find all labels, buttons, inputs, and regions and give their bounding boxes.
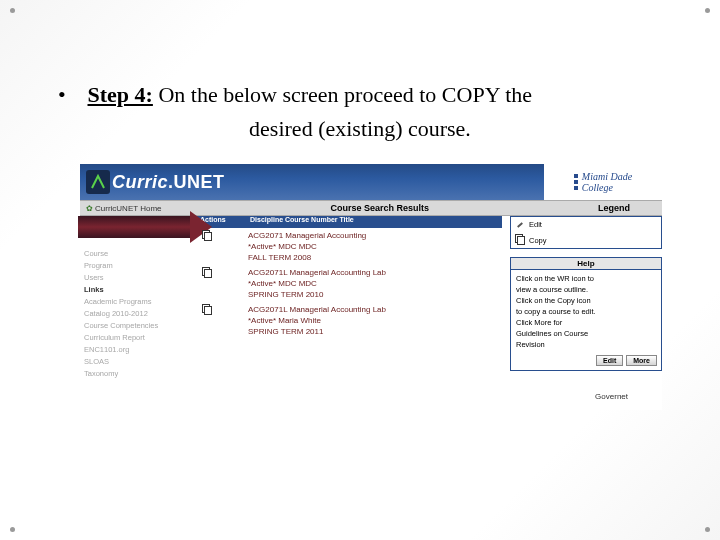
content-columns: Course Program Users Links Academic Prog…	[80, 216, 662, 412]
pencil-icon	[515, 219, 525, 230]
links-heading: Links	[84, 284, 192, 296]
slide: • Step 4: On the below screen proceed to…	[0, 0, 720, 540]
nav-item[interactable]: Course	[84, 248, 192, 260]
help-body: Click on the WR icon toview a course out…	[511, 270, 661, 353]
nav-link[interactable]: Catalog 2010-2012	[84, 308, 192, 320]
left-nav: Course Program Users Links Academic Prog…	[80, 216, 196, 412]
table-header: Actions Discipline Course Number Title	[196, 216, 502, 228]
nav-link[interactable]: Taxonomy	[84, 368, 192, 380]
help-edit-button[interactable]: Edit	[596, 355, 623, 366]
nav-list: Course Program Users Links Academic Prog…	[84, 248, 192, 380]
instruction-line2: desired (existing) course.	[0, 112, 720, 146]
help-buttons: Edit More	[511, 353, 661, 370]
brand-italic: Curric	[112, 172, 168, 192]
copy-icon	[202, 304, 212, 314]
footer-text: Governet	[595, 392, 628, 401]
legend-row-copy: Copy	[511, 232, 661, 248]
home-link-label: CurricUNET Home	[95, 204, 162, 213]
brand-rest: UNET	[174, 172, 225, 192]
leaf-icon: ✿	[86, 204, 93, 213]
brand-text: Curric.UNET	[112, 172, 225, 193]
instruction-line1: On the below screen proceed to COPY the	[153, 82, 532, 107]
nav-item[interactable]: Users	[84, 272, 192, 284]
right-column: Edit Copy Help Click on the WR icon tovi…	[504, 216, 662, 412]
nav-link[interactable]: Curriculum Report	[84, 332, 192, 344]
college-logo: Miami DadeCollege	[544, 164, 662, 200]
logo-mark-icon	[86, 170, 110, 194]
step-label: Step 4:	[88, 82, 153, 107]
home-link[interactable]: ✿ CurricUNET Home	[86, 204, 162, 213]
action-cell[interactable]	[196, 304, 248, 337]
action-cell[interactable]	[196, 230, 248, 263]
results-table: Actions Discipline Course Number Title A…	[196, 216, 502, 412]
bullet: •	[58, 78, 82, 112]
copy-icon	[202, 267, 212, 277]
legend-edit-label: Edit	[529, 220, 542, 229]
corner-dot	[10, 527, 15, 532]
app-banner: Curric.UNET Miami DadeCollege	[80, 164, 662, 200]
nav-link[interactable]: ENC1101.org	[84, 344, 192, 356]
nav-item[interactable]: Program	[84, 260, 192, 272]
help-box: Help Click on the WR icon toview a cours…	[510, 257, 662, 371]
instruction-text: • Step 4: On the below screen proceed to…	[58, 78, 678, 146]
course-cell: ACG2071L Managerial Accounting Lab*Activ…	[248, 267, 502, 300]
help-heading: Help	[511, 258, 661, 270]
corner-dot	[10, 8, 15, 13]
page-title: Course Search Results	[330, 203, 429, 213]
legend-box: Edit Copy	[510, 216, 662, 249]
table-row: ACG2071L Managerial Accounting Lab*Activ…	[196, 302, 502, 339]
nav-link[interactable]: Academic Programs	[84, 296, 192, 308]
embedded-screenshot: Curric.UNET Miami DadeCollege ✿ CurricUN…	[80, 164, 662, 410]
callout-arrow-icon	[78, 214, 218, 242]
copy-icon	[515, 234, 525, 246]
help-more-button[interactable]: More	[626, 355, 657, 366]
action-cell[interactable]	[196, 267, 248, 300]
legend-copy-label: Copy	[529, 236, 547, 245]
col-discipline: Discipline Course Number Title	[246, 216, 502, 228]
college-name: Miami DadeCollege	[582, 171, 632, 193]
table-row: ACG2071 Managerial Accounting*Active* MD…	[196, 228, 502, 265]
copy-icon	[202, 230, 212, 240]
college-bars-icon	[574, 173, 578, 191]
corner-dot	[705, 8, 710, 13]
course-cell: ACG2071L Managerial Accounting Lab*Activ…	[248, 304, 502, 337]
logo: Curric.UNET	[80, 170, 225, 194]
legend-heading: Legend	[598, 203, 630, 213]
nav-link[interactable]: SLOAS	[84, 356, 192, 368]
legend-row-edit: Edit	[511, 217, 661, 232]
course-cell: ACG2071 Managerial Accounting*Active* MD…	[248, 230, 502, 263]
table-row: ACG2071L Managerial Accounting Lab*Activ…	[196, 265, 502, 302]
nav-link[interactable]: Course Competencies	[84, 320, 192, 332]
corner-dot	[705, 527, 710, 532]
